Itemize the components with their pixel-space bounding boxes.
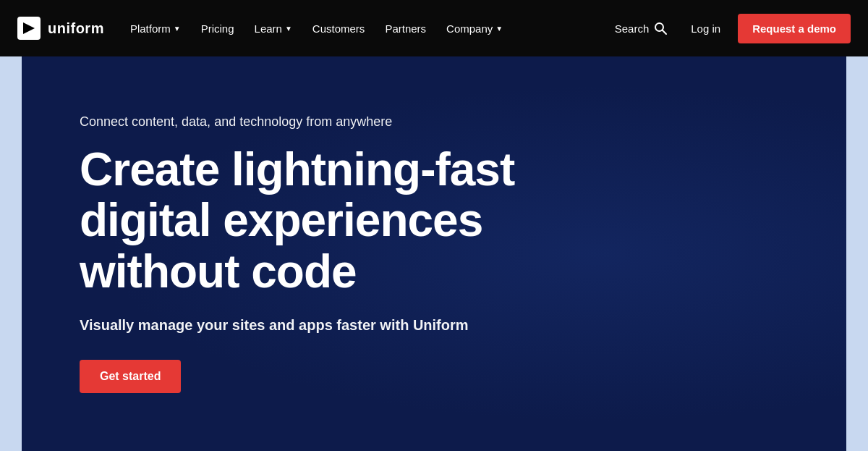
- navbar: uniform Platform ▼ Pricing Learn ▼ Custo…: [0, 0, 868, 56]
- login-button[interactable]: Log in: [685, 20, 726, 38]
- demo-label: Request a demo: [752, 22, 836, 35]
- nav-item-learn[interactable]: Learn ▼: [246, 17, 301, 41]
- chevron-down-icon: ▼: [174, 25, 181, 33]
- cta-label: Get started: [100, 370, 161, 382]
- chevron-down-icon: ▼: [495, 25, 503, 33]
- hero-description: Visually manage your sites and apps fast…: [80, 317, 528, 334]
- nav-label-platform: Platform: [130, 22, 171, 35]
- hero-section: Connect content, data, and technology fr…: [22, 56, 846, 451]
- request-demo-button[interactable]: Request a demo: [738, 14, 851, 43]
- nav-label-partners: Partners: [385, 22, 426, 35]
- nav-item-company[interactable]: Company ▼: [438, 17, 511, 41]
- navbar-left: uniform: [17, 17, 104, 40]
- hero-subtitle: Connect content, data, and technology fr…: [80, 114, 528, 130]
- nav-label-pricing: Pricing: [201, 22, 234, 35]
- navbar-right: Search Log in Request a demo: [609, 14, 851, 43]
- nav-item-partners[interactable]: Partners: [376, 17, 435, 41]
- nav-label-learn: Learn: [255, 22, 282, 35]
- logo-link[interactable]: uniform: [17, 17, 104, 40]
- logo-text: uniform: [48, 20, 104, 37]
- hero-title: Create lightning-fast digital experience…: [80, 144, 528, 297]
- logo-icon: [17, 17, 41, 40]
- nav-item-customers[interactable]: Customers: [304, 17, 374, 41]
- nav-label-company: Company: [446, 22, 493, 35]
- search-icon: [653, 21, 668, 35]
- nav-item-platform[interactable]: Platform ▼: [122, 17, 190, 41]
- nav-label-customers: Customers: [312, 22, 365, 35]
- login-label: Log in: [691, 22, 720, 35]
- svg-line-3: [663, 30, 667, 35]
- search-button[interactable]: Search: [609, 18, 674, 38]
- main-nav: Platform ▼ Pricing Learn ▼ Customers Par…: [122, 17, 511, 41]
- chevron-down-icon: ▼: [285, 25, 292, 33]
- get-started-button[interactable]: Get started: [80, 360, 181, 393]
- search-label: Search: [615, 22, 650, 35]
- hero-content: Connect content, data, and technology fr…: [80, 114, 528, 393]
- nav-item-pricing[interactable]: Pricing: [192, 17, 243, 41]
